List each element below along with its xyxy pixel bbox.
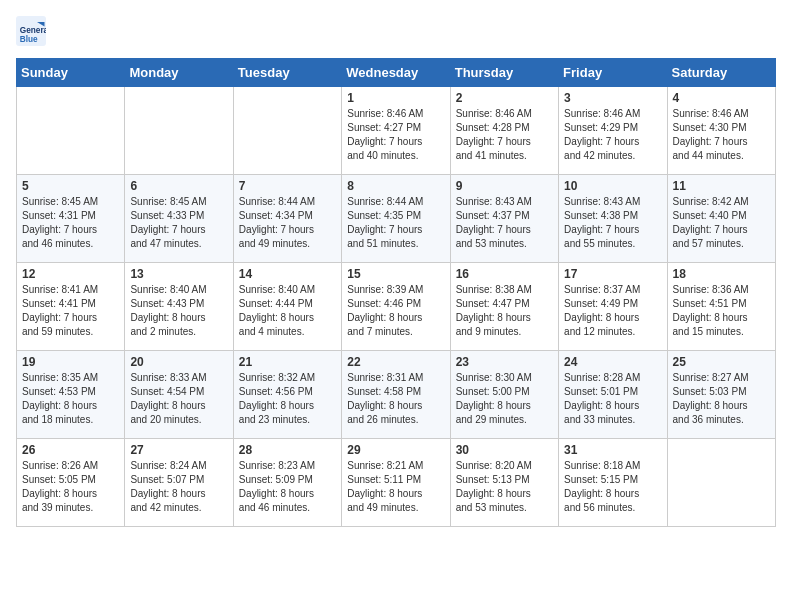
- day-number: 17: [564, 267, 661, 281]
- day-number: 6: [130, 179, 227, 193]
- week-row-3: 12Sunrise: 8:41 AM Sunset: 4:41 PM Dayli…: [17, 263, 776, 351]
- week-row-5: 26Sunrise: 8:26 AM Sunset: 5:05 PM Dayli…: [17, 439, 776, 527]
- day-cell: 19Sunrise: 8:35 AM Sunset: 4:53 PM Dayli…: [17, 351, 125, 439]
- day-cell: 21Sunrise: 8:32 AM Sunset: 4:56 PM Dayli…: [233, 351, 341, 439]
- day-cell: 15Sunrise: 8:39 AM Sunset: 4:46 PM Dayli…: [342, 263, 450, 351]
- day-number: 2: [456, 91, 553, 105]
- logo-icon: General Blue: [16, 16, 46, 46]
- day-info: Sunrise: 8:45 AM Sunset: 4:31 PM Dayligh…: [22, 195, 119, 251]
- day-cell: [233, 87, 341, 175]
- day-number: 15: [347, 267, 444, 281]
- day-number: 21: [239, 355, 336, 369]
- day-info: Sunrise: 8:27 AM Sunset: 5:03 PM Dayligh…: [673, 371, 770, 427]
- week-row-1: 1Sunrise: 8:46 AM Sunset: 4:27 PM Daylig…: [17, 87, 776, 175]
- day-number: 13: [130, 267, 227, 281]
- day-number: 16: [456, 267, 553, 281]
- day-cell: 17Sunrise: 8:37 AM Sunset: 4:49 PM Dayli…: [559, 263, 667, 351]
- day-info: Sunrise: 8:44 AM Sunset: 4:34 PM Dayligh…: [239, 195, 336, 251]
- day-number: 28: [239, 443, 336, 457]
- day-number: 5: [22, 179, 119, 193]
- day-info: Sunrise: 8:32 AM Sunset: 4:56 PM Dayligh…: [239, 371, 336, 427]
- day-info: Sunrise: 8:38 AM Sunset: 4:47 PM Dayligh…: [456, 283, 553, 339]
- day-cell: 1Sunrise: 8:46 AM Sunset: 4:27 PM Daylig…: [342, 87, 450, 175]
- day-number: 10: [564, 179, 661, 193]
- day-number: 11: [673, 179, 770, 193]
- day-number: 27: [130, 443, 227, 457]
- day-info: Sunrise: 8:46 AM Sunset: 4:30 PM Dayligh…: [673, 107, 770, 163]
- day-cell: 8Sunrise: 8:44 AM Sunset: 4:35 PM Daylig…: [342, 175, 450, 263]
- day-cell: [125, 87, 233, 175]
- day-number: 24: [564, 355, 661, 369]
- day-cell: 24Sunrise: 8:28 AM Sunset: 5:01 PM Dayli…: [559, 351, 667, 439]
- day-info: Sunrise: 8:31 AM Sunset: 4:58 PM Dayligh…: [347, 371, 444, 427]
- day-cell: 29Sunrise: 8:21 AM Sunset: 5:11 PM Dayli…: [342, 439, 450, 527]
- day-info: Sunrise: 8:24 AM Sunset: 5:07 PM Dayligh…: [130, 459, 227, 515]
- day-info: Sunrise: 8:46 AM Sunset: 4:28 PM Dayligh…: [456, 107, 553, 163]
- day-cell: 18Sunrise: 8:36 AM Sunset: 4:51 PM Dayli…: [667, 263, 775, 351]
- day-number: 3: [564, 91, 661, 105]
- day-cell: 30Sunrise: 8:20 AM Sunset: 5:13 PM Dayli…: [450, 439, 558, 527]
- day-number: 29: [347, 443, 444, 457]
- day-cell: 23Sunrise: 8:30 AM Sunset: 5:00 PM Dayli…: [450, 351, 558, 439]
- day-info: Sunrise: 8:46 AM Sunset: 4:27 PM Dayligh…: [347, 107, 444, 163]
- day-cell: [667, 439, 775, 527]
- logo: General Blue: [16, 16, 50, 46]
- day-info: Sunrise: 8:36 AM Sunset: 4:51 PM Dayligh…: [673, 283, 770, 339]
- day-number: 23: [456, 355, 553, 369]
- day-cell: 9Sunrise: 8:43 AM Sunset: 4:37 PM Daylig…: [450, 175, 558, 263]
- day-cell: 6Sunrise: 8:45 AM Sunset: 4:33 PM Daylig…: [125, 175, 233, 263]
- day-info: Sunrise: 8:45 AM Sunset: 4:33 PM Dayligh…: [130, 195, 227, 251]
- day-cell: 4Sunrise: 8:46 AM Sunset: 4:30 PM Daylig…: [667, 87, 775, 175]
- weekday-header-monday: Monday: [125, 59, 233, 87]
- day-info: Sunrise: 8:21 AM Sunset: 5:11 PM Dayligh…: [347, 459, 444, 515]
- day-cell: 26Sunrise: 8:26 AM Sunset: 5:05 PM Dayli…: [17, 439, 125, 527]
- day-number: 7: [239, 179, 336, 193]
- day-info: Sunrise: 8:43 AM Sunset: 4:37 PM Dayligh…: [456, 195, 553, 251]
- day-cell: 27Sunrise: 8:24 AM Sunset: 5:07 PM Dayli…: [125, 439, 233, 527]
- day-info: Sunrise: 8:44 AM Sunset: 4:35 PM Dayligh…: [347, 195, 444, 251]
- day-cell: 3Sunrise: 8:46 AM Sunset: 4:29 PM Daylig…: [559, 87, 667, 175]
- day-info: Sunrise: 8:41 AM Sunset: 4:41 PM Dayligh…: [22, 283, 119, 339]
- day-number: 8: [347, 179, 444, 193]
- calendar-body: 1Sunrise: 8:46 AM Sunset: 4:27 PM Daylig…: [17, 87, 776, 527]
- day-number: 9: [456, 179, 553, 193]
- day-info: Sunrise: 8:18 AM Sunset: 5:15 PM Dayligh…: [564, 459, 661, 515]
- weekday-header-thursday: Thursday: [450, 59, 558, 87]
- day-info: Sunrise: 8:46 AM Sunset: 4:29 PM Dayligh…: [564, 107, 661, 163]
- day-number: 20: [130, 355, 227, 369]
- day-cell: 28Sunrise: 8:23 AM Sunset: 5:09 PM Dayli…: [233, 439, 341, 527]
- weekday-header-wednesday: Wednesday: [342, 59, 450, 87]
- day-cell: 25Sunrise: 8:27 AM Sunset: 5:03 PM Dayli…: [667, 351, 775, 439]
- day-cell: [17, 87, 125, 175]
- weekday-header-saturday: Saturday: [667, 59, 775, 87]
- day-number: 14: [239, 267, 336, 281]
- day-cell: 7Sunrise: 8:44 AM Sunset: 4:34 PM Daylig…: [233, 175, 341, 263]
- day-cell: 14Sunrise: 8:40 AM Sunset: 4:44 PM Dayli…: [233, 263, 341, 351]
- day-cell: 20Sunrise: 8:33 AM Sunset: 4:54 PM Dayli…: [125, 351, 233, 439]
- day-info: Sunrise: 8:35 AM Sunset: 4:53 PM Dayligh…: [22, 371, 119, 427]
- svg-text:General: General: [20, 26, 46, 35]
- day-info: Sunrise: 8:20 AM Sunset: 5:13 PM Dayligh…: [456, 459, 553, 515]
- day-number: 31: [564, 443, 661, 457]
- day-number: 18: [673, 267, 770, 281]
- day-cell: 5Sunrise: 8:45 AM Sunset: 4:31 PM Daylig…: [17, 175, 125, 263]
- day-number: 22: [347, 355, 444, 369]
- day-info: Sunrise: 8:40 AM Sunset: 4:43 PM Dayligh…: [130, 283, 227, 339]
- weekday-header-friday: Friday: [559, 59, 667, 87]
- day-info: Sunrise: 8:23 AM Sunset: 5:09 PM Dayligh…: [239, 459, 336, 515]
- day-info: Sunrise: 8:37 AM Sunset: 4:49 PM Dayligh…: [564, 283, 661, 339]
- weekday-header-tuesday: Tuesday: [233, 59, 341, 87]
- day-cell: 11Sunrise: 8:42 AM Sunset: 4:40 PM Dayli…: [667, 175, 775, 263]
- day-number: 25: [673, 355, 770, 369]
- day-info: Sunrise: 8:42 AM Sunset: 4:40 PM Dayligh…: [673, 195, 770, 251]
- day-cell: 31Sunrise: 8:18 AM Sunset: 5:15 PM Dayli…: [559, 439, 667, 527]
- page-header: General Blue: [16, 16, 776, 46]
- week-row-2: 5Sunrise: 8:45 AM Sunset: 4:31 PM Daylig…: [17, 175, 776, 263]
- calendar-header: SundayMondayTuesdayWednesdayThursdayFrid…: [17, 59, 776, 87]
- day-number: 19: [22, 355, 119, 369]
- week-row-4: 19Sunrise: 8:35 AM Sunset: 4:53 PM Dayli…: [17, 351, 776, 439]
- svg-text:Blue: Blue: [20, 35, 38, 44]
- weekday-header-sunday: Sunday: [17, 59, 125, 87]
- day-cell: 12Sunrise: 8:41 AM Sunset: 4:41 PM Dayli…: [17, 263, 125, 351]
- day-cell: 10Sunrise: 8:43 AM Sunset: 4:38 PM Dayli…: [559, 175, 667, 263]
